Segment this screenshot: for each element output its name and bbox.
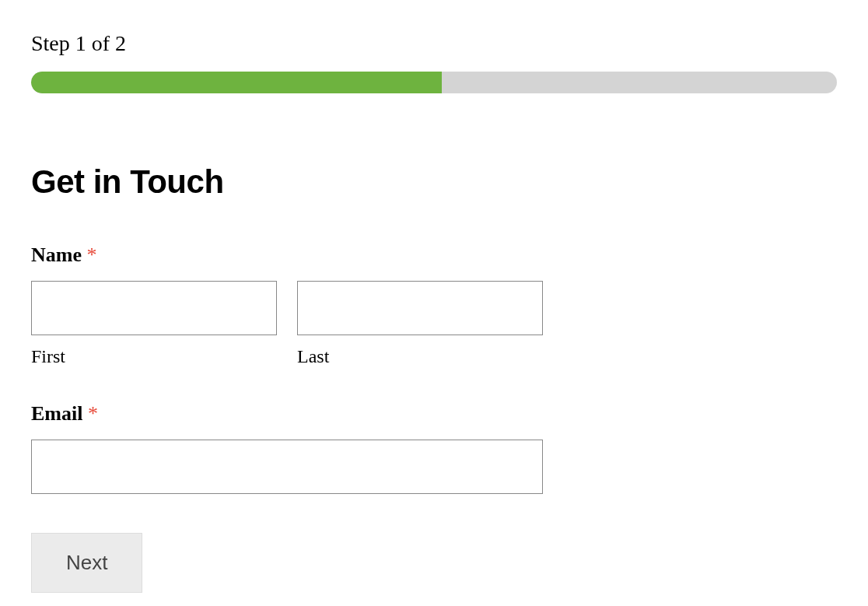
last-name-input[interactable] — [297, 281, 543, 335]
name-fields-row: First Last — [31, 281, 837, 367]
step-label: Step 1 of 2 — [31, 31, 837, 56]
next-button[interactable]: Next — [31, 533, 142, 593]
first-name-sublabel: First — [31, 346, 277, 367]
first-name-wrapper: First — [31, 281, 277, 367]
progress-fill — [31, 72, 442, 93]
name-label: Name * — [31, 243, 837, 267]
required-asterisk: * — [88, 402, 98, 425]
email-label-text: Email — [31, 402, 82, 425]
email-label: Email * — [31, 402, 837, 426]
first-name-input[interactable] — [31, 281, 277, 335]
name-field-group: Name * First Last — [31, 243, 837, 367]
required-asterisk: * — [86, 243, 96, 266]
last-name-wrapper: Last — [297, 281, 543, 367]
email-field-group: Email * — [31, 402, 837, 494]
name-label-text: Name — [31, 243, 82, 266]
last-name-sublabel: Last — [297, 346, 543, 367]
progress-bar — [31, 72, 837, 93]
form-title: Get in Touch — [31, 163, 837, 201]
email-input[interactable] — [31, 440, 543, 494]
